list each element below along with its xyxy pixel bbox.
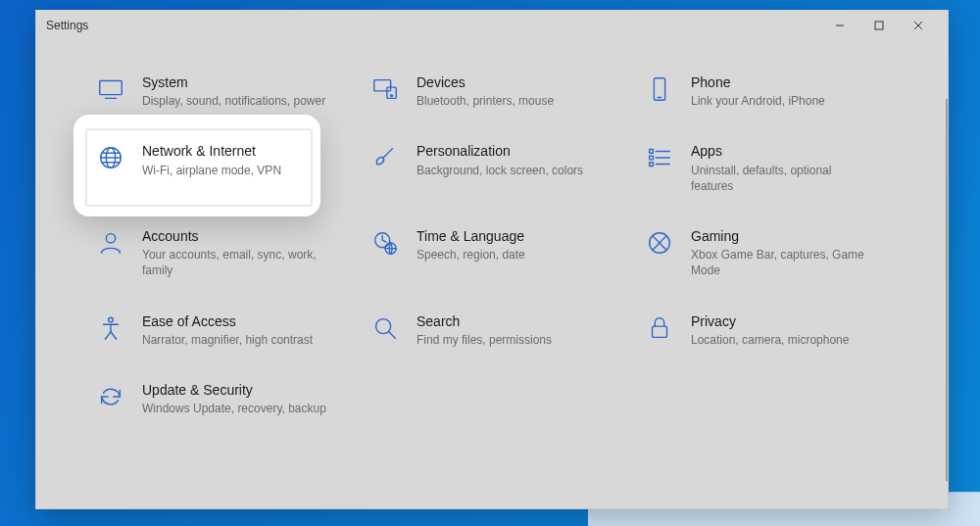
titlebar: Settings [36,11,948,40]
tile-title: Update & Security [142,381,350,399]
tile-desc: Wi-Fi, airplane mode, VPN [142,163,328,178]
tile-title: Phone [691,73,899,91]
xbox-icon [644,227,675,259]
settings-window: Settings System Display, sound, notifica… [35,10,949,509]
tile-time-language[interactable]: Time & Language Speech, region, date [369,227,624,279]
tile-desc: Your accounts, email, sync, work, family [142,247,328,278]
svg-point-22 [106,234,115,243]
close-button[interactable] [899,11,938,40]
tile-search[interactable]: Search Find my files, permissions [369,312,624,348]
tile-apps[interactable]: Apps Uninstall, defaults, optional featu… [644,142,899,194]
tile-desc: Uninstall, defaults, optional features [691,163,877,194]
tile-desc: Background, lock screen, colors [416,163,603,178]
accessibility-icon [95,312,126,344]
tile-network-highlight: Network & Internet Wi-Fi, airplane mode,… [95,142,350,194]
grid-empty [369,381,624,416]
phone-icon [644,73,675,105]
tile-title: Devices [416,73,624,91]
minimize-icon [835,21,845,30]
tile-title: Personalization [416,142,624,160]
tile-accounts[interactable]: Accounts Your accounts, email, sync, wor… [95,227,350,279]
window-title: Settings [46,19,88,32]
tile-desc: Windows Update, recovery, backup [142,401,328,416]
svg-point-27 [109,317,114,322]
minimize-button[interactable] [820,11,859,40]
tile-title: Apps [691,142,899,160]
tile-devices[interactable]: Devices Bluetooth, printers, mouse [369,73,624,109]
tile-title: Network & Internet [142,142,350,160]
tile-title: Search [416,312,624,330]
tile-desc: Location, camera, microphone [691,332,877,348]
tile-gaming[interactable]: Gaming Xbox Game Bar, captures, Game Mod… [644,227,899,279]
tile-desc: Display, sound, notifications, power [142,93,328,109]
svg-line-33 [389,331,396,338]
globe-icon [95,142,126,173]
tile-desc: Link your Android, iPhone [691,93,877,109]
settings-content: System Display, sound, notifications, po… [36,40,948,508]
paintbrush-icon [369,142,401,173]
clock-globe-icon [369,227,401,259]
svg-line-31 [111,331,117,339]
grid-empty [644,381,899,416]
tile-network[interactable]: Network & Internet Wi-Fi, airplane mode,… [95,142,350,177]
svg-line-3 [914,22,922,29]
tile-ease-of-access[interactable]: Ease of Access Narrator, magnifier, high… [95,312,350,348]
maximize-icon [874,21,884,30]
svg-rect-18 [650,163,654,167]
display-icon [95,73,126,105]
svg-rect-4 [100,81,122,95]
svg-rect-16 [650,150,654,154]
devices-icon [369,73,401,105]
tile-personalization[interactable]: Personalization Background, lock screen,… [369,142,624,194]
tile-desc: Bluetooth, printers, mouse [416,93,603,109]
svg-rect-1 [875,22,883,29]
tile-desc: Xbox Game Bar, captures, Game Mode [691,247,877,278]
lock-icon [644,312,675,344]
tile-title: Gaming [691,227,899,245]
tile-title: Privacy [691,312,899,330]
tile-phone[interactable]: Phone Link your Android, iPhone [644,73,899,109]
svg-line-2 [914,22,922,29]
svg-line-30 [105,331,111,339]
tile-desc: Narrator, magnifier, high contrast [142,332,328,348]
scrollbar[interactable] [946,99,948,481]
tile-title: Ease of Access [142,312,350,330]
tile-title: Time & Language [416,227,624,245]
settings-grid: System Display, sound, notifications, po… [36,40,948,436]
maximize-button[interactable] [859,11,899,40]
person-icon [95,227,126,259]
svg-rect-34 [653,326,667,337]
tile-desc: Find my files, permissions [416,332,603,348]
update-icon [95,381,126,412]
svg-point-8 [391,95,393,97]
tile-privacy[interactable]: Privacy Location, camera, microphone [644,312,899,348]
apps-list-icon [644,142,675,173]
tile-desc: Speech, region, date [416,247,603,263]
tile-update-security[interactable]: Update & Security Windows Update, recove… [95,381,350,416]
close-icon [913,21,923,30]
svg-rect-6 [374,80,391,91]
tile-title: System [142,73,350,91]
tile-title: Accounts [142,227,350,245]
tile-system[interactable]: System Display, sound, notifications, po… [95,73,350,109]
search-icon [369,312,401,344]
svg-rect-17 [650,157,654,161]
